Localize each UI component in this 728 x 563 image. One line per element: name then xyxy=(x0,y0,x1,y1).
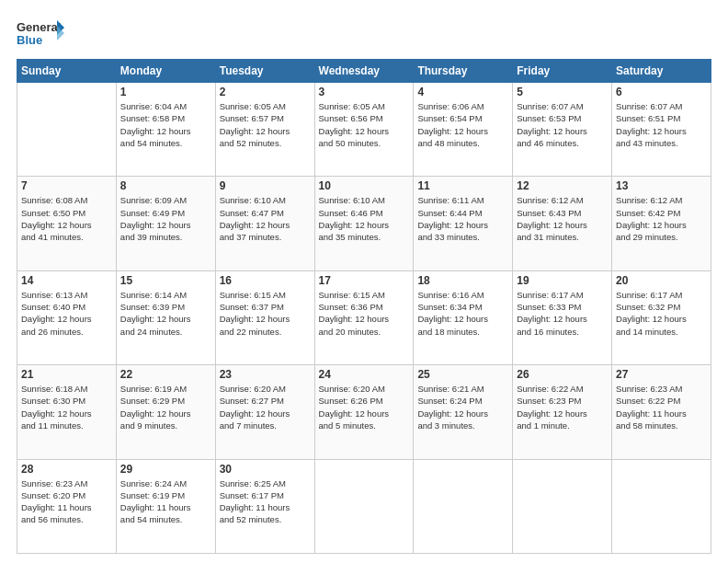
day-detail: Sunrise: 6:13 AMSunset: 6:40 PMDaylight:… xyxy=(21,289,112,338)
calendar-cell: 26Sunrise: 6:22 AMSunset: 6:23 PMDayligh… xyxy=(513,365,612,459)
header: General Blue xyxy=(17,17,711,52)
col-header-thursday: Thursday xyxy=(414,60,513,83)
day-detail: Sunrise: 6:07 AMSunset: 6:51 PMDaylight:… xyxy=(616,100,707,149)
day-detail: Sunrise: 6:17 AMSunset: 6:33 PMDaylight:… xyxy=(517,289,608,338)
day-number: 10 xyxy=(319,179,410,192)
day-detail: Sunrise: 6:17 AMSunset: 6:32 PMDaylight:… xyxy=(616,289,707,338)
calendar-cell: 2Sunrise: 6:05 AMSunset: 6:57 PMDaylight… xyxy=(215,83,314,177)
day-number: 6 xyxy=(616,86,707,98)
day-detail: Sunrise: 6:11 AMSunset: 6:44 PMDaylight:… xyxy=(417,194,508,243)
day-detail: Sunrise: 6:12 AMSunset: 6:43 PMDaylight:… xyxy=(517,194,608,243)
day-detail: Sunrise: 6:06 AMSunset: 6:54 PMDaylight:… xyxy=(417,100,508,149)
day-number: 27 xyxy=(616,368,707,381)
calendar-cell: 14Sunrise: 6:13 AMSunset: 6:40 PMDayligh… xyxy=(17,270,117,364)
day-number: 19 xyxy=(517,274,608,287)
calendar-cell: 4Sunrise: 6:06 AMSunset: 6:54 PMDaylight… xyxy=(414,83,513,177)
calendar-cell xyxy=(513,459,612,553)
day-detail: Sunrise: 6:24 AMSunset: 6:19 PMDaylight:… xyxy=(120,477,211,526)
col-header-friday: Friday xyxy=(513,60,612,83)
day-number: 23 xyxy=(220,368,311,381)
day-number: 28 xyxy=(21,463,112,476)
day-number: 21 xyxy=(21,368,112,381)
day-detail: Sunrise: 6:09 AMSunset: 6:49 PMDaylight:… xyxy=(120,194,211,243)
day-number: 4 xyxy=(417,86,508,98)
calendar-cell: 7Sunrise: 6:08 AMSunset: 6:50 PMDaylight… xyxy=(17,177,117,270)
day-detail: Sunrise: 6:19 AMSunset: 6:29 PMDaylight:… xyxy=(120,383,211,431)
day-number: 26 xyxy=(517,368,608,381)
day-number: 24 xyxy=(319,368,410,381)
calendar-cell: 25Sunrise: 6:21 AMSunset: 6:24 PMDayligh… xyxy=(414,365,513,459)
col-header-tuesday: Tuesday xyxy=(215,60,314,83)
calendar-cell: 18Sunrise: 6:16 AMSunset: 6:34 PMDayligh… xyxy=(414,270,513,364)
day-detail: Sunrise: 6:15 AMSunset: 6:37 PMDaylight:… xyxy=(220,289,311,338)
calendar-cell: 8Sunrise: 6:09 AMSunset: 6:49 PMDaylight… xyxy=(116,177,215,270)
calendar-cell: 28Sunrise: 6:23 AMSunset: 6:20 PMDayligh… xyxy=(17,459,117,553)
calendar-cell: 17Sunrise: 6:15 AMSunset: 6:36 PMDayligh… xyxy=(314,270,414,364)
calendar-cell: 15Sunrise: 6:14 AMSunset: 6:39 PMDayligh… xyxy=(116,270,215,364)
day-detail: Sunrise: 6:22 AMSunset: 6:23 PMDaylight:… xyxy=(517,383,608,431)
svg-text:General: General xyxy=(17,20,61,34)
day-number: 11 xyxy=(417,179,508,192)
day-number: 7 xyxy=(21,179,112,192)
day-detail: Sunrise: 6:21 AMSunset: 6:24 PMDaylight:… xyxy=(417,383,508,431)
col-header-saturday: Saturday xyxy=(612,60,711,83)
calendar-cell xyxy=(612,459,711,553)
day-detail: Sunrise: 6:20 AMSunset: 6:26 PMDaylight:… xyxy=(319,383,410,431)
day-detail: Sunrise: 6:05 AMSunset: 6:57 PMDaylight:… xyxy=(220,100,311,149)
calendar-table: SundayMondayTuesdayWednesdayThursdayFrid… xyxy=(17,59,711,554)
day-number: 18 xyxy=(417,274,508,287)
day-number: 15 xyxy=(120,274,211,287)
calendar-cell: 19Sunrise: 6:17 AMSunset: 6:33 PMDayligh… xyxy=(513,270,612,364)
calendar-cell: 9Sunrise: 6:10 AMSunset: 6:47 PMDaylight… xyxy=(215,177,314,270)
day-detail: Sunrise: 6:14 AMSunset: 6:39 PMDaylight:… xyxy=(120,289,211,338)
calendar-cell: 1Sunrise: 6:04 AMSunset: 6:58 PMDaylight… xyxy=(116,83,215,177)
calendar-cell: 10Sunrise: 6:10 AMSunset: 6:46 PMDayligh… xyxy=(314,177,414,270)
calendar-cell xyxy=(414,459,513,553)
logo: General Blue xyxy=(17,17,67,52)
calendar-cell: 13Sunrise: 6:12 AMSunset: 6:42 PMDayligh… xyxy=(612,177,711,270)
day-number: 30 xyxy=(220,463,311,476)
day-detail: Sunrise: 6:20 AMSunset: 6:27 PMDaylight:… xyxy=(220,383,311,431)
svg-text:Blue: Blue xyxy=(17,33,42,47)
day-number: 3 xyxy=(319,86,410,98)
calendar-cell: 23Sunrise: 6:20 AMSunset: 6:27 PMDayligh… xyxy=(215,365,314,459)
day-number: 20 xyxy=(616,274,707,287)
day-number: 14 xyxy=(21,274,112,287)
day-detail: Sunrise: 6:16 AMSunset: 6:34 PMDaylight:… xyxy=(417,289,508,338)
calendar-cell: 20Sunrise: 6:17 AMSunset: 6:32 PMDayligh… xyxy=(612,270,711,364)
day-number: 2 xyxy=(220,86,311,98)
day-detail: Sunrise: 6:10 AMSunset: 6:46 PMDaylight:… xyxy=(319,194,410,243)
day-number: 16 xyxy=(220,274,311,287)
day-detail: Sunrise: 6:10 AMSunset: 6:47 PMDaylight:… xyxy=(220,194,311,243)
day-number: 5 xyxy=(517,86,608,98)
day-number: 9 xyxy=(220,179,311,192)
day-number: 1 xyxy=(120,86,211,98)
day-detail: Sunrise: 6:12 AMSunset: 6:42 PMDaylight:… xyxy=(616,194,707,243)
calendar-cell: 30Sunrise: 6:25 AMSunset: 6:17 PMDayligh… xyxy=(215,459,314,553)
day-detail: Sunrise: 6:23 AMSunset: 6:22 PMDaylight:… xyxy=(616,383,707,431)
day-detail: Sunrise: 6:07 AMSunset: 6:53 PMDaylight:… xyxy=(517,100,608,149)
col-header-monday: Monday xyxy=(116,60,215,83)
calendar-cell: 16Sunrise: 6:15 AMSunset: 6:37 PMDayligh… xyxy=(215,270,314,364)
calendar-cell xyxy=(17,83,117,177)
calendar-cell: 22Sunrise: 6:19 AMSunset: 6:29 PMDayligh… xyxy=(116,365,215,459)
day-detail: Sunrise: 6:25 AMSunset: 6:17 PMDaylight:… xyxy=(220,477,311,526)
day-number: 12 xyxy=(517,179,608,192)
day-detail: Sunrise: 6:15 AMSunset: 6:36 PMDaylight:… xyxy=(319,289,410,338)
day-number: 29 xyxy=(120,463,211,476)
calendar-cell: 29Sunrise: 6:24 AMSunset: 6:19 PMDayligh… xyxy=(116,459,215,553)
page: General Blue SundayMondayTuesdayWednesda… xyxy=(0,0,728,563)
calendar-cell: 27Sunrise: 6:23 AMSunset: 6:22 PMDayligh… xyxy=(612,365,711,459)
calendar-cell: 3Sunrise: 6:05 AMSunset: 6:56 PMDaylight… xyxy=(314,83,414,177)
day-detail: Sunrise: 6:18 AMSunset: 6:30 PMDaylight:… xyxy=(21,383,112,431)
day-detail: Sunrise: 6:05 AMSunset: 6:56 PMDaylight:… xyxy=(319,100,410,149)
calendar-cell: 11Sunrise: 6:11 AMSunset: 6:44 PMDayligh… xyxy=(414,177,513,270)
logo-svg: General Blue xyxy=(17,17,67,52)
calendar-cell: 12Sunrise: 6:12 AMSunset: 6:43 PMDayligh… xyxy=(513,177,612,270)
day-number: 13 xyxy=(616,179,707,192)
day-detail: Sunrise: 6:04 AMSunset: 6:58 PMDaylight:… xyxy=(120,100,211,149)
day-number: 17 xyxy=(319,274,410,287)
calendar-cell: 5Sunrise: 6:07 AMSunset: 6:53 PMDaylight… xyxy=(513,83,612,177)
day-number: 25 xyxy=(417,368,508,381)
calendar-cell: 24Sunrise: 6:20 AMSunset: 6:26 PMDayligh… xyxy=(314,365,414,459)
